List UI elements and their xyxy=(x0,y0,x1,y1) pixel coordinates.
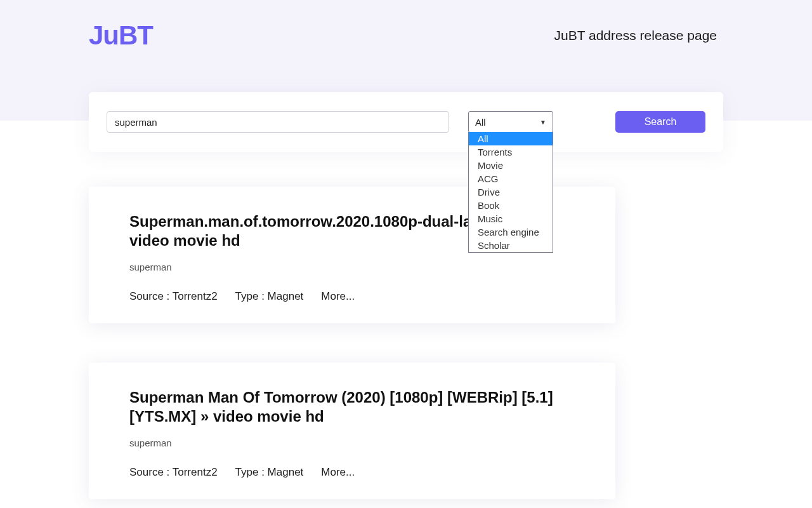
category-select[interactable]: All ▼ xyxy=(468,111,553,133)
category-option-movie[interactable]: Movie xyxy=(469,159,553,172)
category-option-drive[interactable]: Drive xyxy=(469,185,553,199)
header: JuBT JuBT address release page xyxy=(89,0,723,57)
result-source: Source : Torrentz2 xyxy=(129,290,218,303)
result-type: Type : Magnet xyxy=(235,290,304,303)
category-select-wrapper: All ▼ All Torrents Movie ACG Drive Book … xyxy=(468,111,553,133)
chevron-down-icon: ▼ xyxy=(540,119,546,126)
result-card: Superman Man Of Tomorrow (2020) [1080p] … xyxy=(89,363,615,499)
category-dropdown: All Torrents Movie ACG Drive Book Music … xyxy=(468,132,553,253)
address-release-link[interactable]: JuBT address release page xyxy=(554,28,717,43)
category-option-search-engine[interactable]: Search engine xyxy=(469,225,553,239)
category-option-book[interactable]: Book xyxy=(469,199,553,212)
result-type: Type : Magnet xyxy=(235,466,304,479)
result-query-text: superman xyxy=(129,438,575,448)
result-meta: Source : Torrentz2 Type : Magnet More... xyxy=(129,290,575,303)
logo[interactable]: JuBT xyxy=(89,20,153,51)
category-option-scholar[interactable]: Scholar xyxy=(469,239,553,252)
result-source: Source : Torrentz2 xyxy=(129,466,218,479)
search-button[interactable]: Search xyxy=(615,111,705,133)
main-container: JuBT JuBT address release page All ▼ All… xyxy=(89,0,723,499)
result-meta: Source : Torrentz2 Type : Magnet More... xyxy=(129,466,575,479)
category-option-torrents[interactable]: Torrents xyxy=(469,145,553,159)
category-option-acg[interactable]: ACG xyxy=(469,172,553,185)
result-more-link[interactable]: More... xyxy=(321,466,355,479)
category-option-all[interactable]: All xyxy=(469,132,553,145)
search-input[interactable] xyxy=(107,111,449,133)
search-panel: All ▼ All Torrents Movie ACG Drive Book … xyxy=(89,92,723,152)
category-option-music[interactable]: Music xyxy=(469,212,553,225)
result-title[interactable]: Superman Man Of Tomorrow (2020) [1080p] … xyxy=(129,388,575,426)
category-selected-label: All xyxy=(475,117,486,128)
result-more-link[interactable]: More... xyxy=(321,290,355,303)
result-query-text: superman xyxy=(129,262,575,272)
